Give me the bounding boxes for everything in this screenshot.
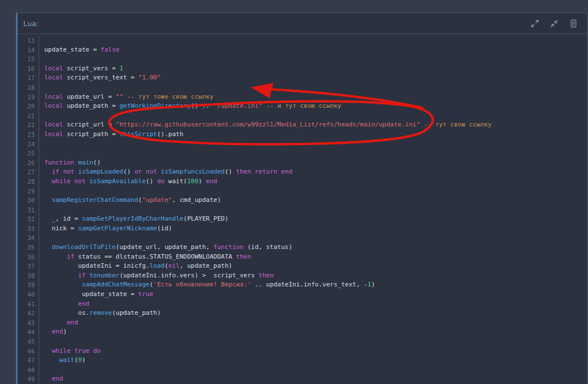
- line-number: 43: [18, 318, 39, 328]
- code-line-16: 16local script_vers = 1: [18, 64, 587, 74]
- line-text: [39, 337, 48, 347]
- line-number: 32: [18, 214, 39, 224]
- line-text: [39, 187, 48, 196]
- line-number: 23: [18, 130, 39, 140]
- line-number: 26: [18, 158, 39, 168]
- line-text: [39, 233, 48, 243]
- line-text: [39, 83, 48, 92]
- line-text: while true do: [39, 347, 100, 356]
- code-line-24: 24: [18, 140, 587, 149]
- line-number: 20: [18, 102, 39, 111]
- code-line-26: 26function main(): [18, 158, 587, 168]
- line-number: 25: [18, 149, 39, 158]
- code-line-42: 42 os.remove(update_path): [18, 309, 587, 318]
- code-line-21: 21: [18, 111, 587, 121]
- code-line-41: 41 end: [18, 299, 587, 309]
- line-number: 33: [18, 224, 39, 234]
- line-number: 27: [18, 167, 39, 177]
- line-number: 16: [18, 64, 39, 74]
- code-block-panel: Lua: 13 14update_state: [16, 12, 587, 384]
- line-number: 17: [18, 73, 39, 83]
- line-text: [39, 54, 48, 64]
- line-number: 21: [18, 111, 39, 121]
- code-line-49: 49 end: [18, 374, 587, 384]
- code-line-20: 20local update_path = getWorkingDirector…: [18, 102, 587, 111]
- line-text: [39, 140, 48, 149]
- line-text: if not isSampLoaded() or not isSampfuncs…: [39, 167, 292, 177]
- line-number: 48: [18, 365, 39, 375]
- code-line-23: 23local script_path = thisScript().path: [18, 130, 587, 140]
- line-text: if status == dlstatus.STATUS_ENDDOWNLOAD…: [39, 252, 251, 262]
- line-text: end: [39, 374, 63, 384]
- code-line-19: 19local update_url = "" -- тут тоже свою…: [18, 92, 587, 102]
- line-text: [39, 36, 48, 45]
- language-label: Lua:: [23, 19, 39, 28]
- line-number: 15: [18, 54, 39, 64]
- code-line-22: 22local script_url = "https://raw.github…: [18, 120, 587, 130]
- line-text: local update_url = "" -- тут тоже свою с…: [39, 92, 213, 102]
- line-number: 19: [18, 92, 39, 102]
- code-line-48: 48: [18, 365, 587, 375]
- line-text: end: [39, 318, 78, 328]
- code-line-31: 31: [18, 205, 587, 215]
- line-text: function main(): [39, 158, 100, 168]
- line-number: 36: [18, 252, 39, 262]
- line-text: update_state = false: [39, 45, 119, 55]
- code-line-29: 29: [18, 187, 587, 196]
- code-line-46: 46 while true do: [18, 347, 587, 356]
- line-text: if tonumber(updateIni.info.vers) > scrip…: [39, 271, 274, 281]
- line-number: 40: [18, 290, 39, 299]
- line-text: [39, 111, 48, 121]
- line-number: 22: [18, 120, 39, 130]
- code-line-36: 36 if status == dlstatus.STATUS_ENDDOWNL…: [18, 252, 587, 262]
- code-line-35: 35 downloadUrlToFile(update_url, update_…: [18, 243, 587, 252]
- code-line-38: 38 if tonumber(updateIni.info.vers) > sc…: [18, 271, 587, 281]
- line-text: [39, 149, 48, 158]
- line-number: 30: [18, 196, 39, 205]
- code-line-27: 27 if not isSampLoaded() or not isSampfu…: [18, 167, 587, 177]
- line-text: _, id = sampGetPlayerIdByCharHandle(PLAY…: [39, 214, 229, 224]
- expand-icon[interactable]: [531, 19, 539, 28]
- line-number: 31: [18, 205, 39, 215]
- code-line-47: 47 wait(0): [18, 356, 587, 365]
- line-text: update_state = true: [39, 290, 153, 299]
- code-line-13: 13: [18, 36, 587, 45]
- line-number: 46: [18, 347, 39, 356]
- line-number: 18: [18, 83, 39, 92]
- header-icon-group: [531, 19, 578, 28]
- code-block-header: Lua:: [18, 13, 587, 34]
- line-number: 35: [18, 243, 39, 252]
- code-line-28: 28 while not isSampAvailable() do wait(1…: [18, 177, 587, 187]
- line-text: local update_path = getWorkingDirectory(…: [39, 102, 341, 111]
- line-text: local script_vers_text = "1.00": [39, 73, 161, 83]
- line-text: [39, 205, 48, 215]
- line-text: sampAddChatMessage('Есть обновление! Вер…: [39, 280, 375, 290]
- code-line-37: 37 updateIni = inicfg.load(nil, update_p…: [18, 261, 587, 271]
- copy-icon[interactable]: [569, 19, 578, 28]
- line-number: 47: [18, 356, 39, 365]
- line-text: local script_path = thisScript().path: [39, 130, 183, 140]
- line-number: 24: [18, 140, 39, 149]
- code-lines: 13 14update_state = false15 16local scri…: [18, 34, 587, 384]
- code-line-43: 43 end: [18, 318, 587, 328]
- line-number: 28: [18, 177, 39, 187]
- line-text: local script_vers = 1: [39, 64, 123, 74]
- code-line-44: 44 end): [18, 327, 587, 337]
- line-number: 29: [18, 187, 39, 196]
- line-number: 45: [18, 337, 39, 347]
- line-number: 34: [18, 233, 39, 243]
- line-number: 44: [18, 327, 39, 337]
- line-text: nick = sampGetPlayerNickname(id): [39, 224, 172, 234]
- line-text: os.remove(update_path): [39, 309, 161, 318]
- line-text: end): [39, 327, 67, 337]
- page: { "header": { "title": "Lua:", "icons": …: [0, 0, 588, 384]
- line-number: 37: [18, 261, 39, 271]
- code-line-45: 45: [18, 337, 587, 347]
- collapse-icon[interactable]: [550, 19, 558, 28]
- code-line-30: 30 sampRegisterChatCommand("update", cmd…: [18, 196, 587, 205]
- line-number: 41: [18, 299, 39, 309]
- line-number: 14: [18, 45, 39, 55]
- line-number: 38: [18, 271, 39, 281]
- code-line-40: 40 update_state = true: [18, 290, 587, 299]
- line-text: end: [39, 299, 89, 309]
